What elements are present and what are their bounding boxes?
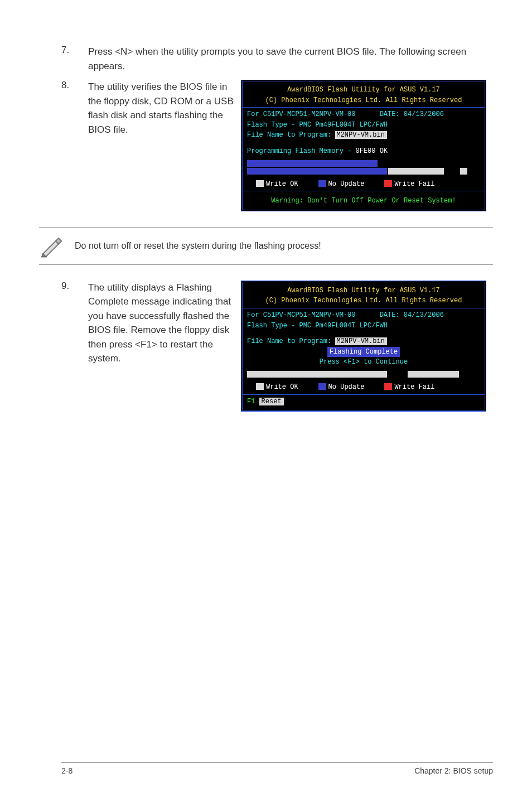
pencil-icon [39,234,62,258]
bios1-progress-bars [247,160,480,175]
bios1-warning: Warning: Don't Turn Off Power Or Reset S… [247,196,480,206]
bios1-legend-noupdate: No Update [328,180,365,188]
swatch-blue-icon [318,180,326,187]
bios1-programming-value: 0FE00 OK [355,147,388,155]
progress-chunk-gray-2 [408,371,459,378]
bios2-title: AwardBIOS Flash Utility for ASUS V1.17 [247,286,480,296]
footer-chapter: Chapter 2: BIOS setup [414,766,493,775]
progress-bar-row1 [247,160,378,167]
bios-screenshot-flashing: AwardBIOS Flash Utility for ASUS V1.17 (… [241,80,486,211]
bios1-title: AwardBIOS Flash Utility for ASUS V1.17 [247,85,480,95]
progress-bar-row2 [247,168,480,175]
bios1-for-line-left: For C51PV-MCP51-M2NPV-VM-00 [247,110,355,118]
bios1-legend-fail: Write Fail [394,180,434,188]
swatch-white-icon [256,383,264,390]
note-callout: Do not turn off or reset the system duri… [39,227,493,265]
progress-chunk-gray [388,168,444,175]
swatch-red-icon [384,383,392,390]
progress-chunk-blue [247,168,387,175]
bios2-legend: Write OK No Update Write Fail [247,382,480,393]
bios2-reset-label: Reset [259,398,284,405]
divider [243,394,485,395]
note-text: Do not turn off or reset the system duri… [75,241,321,251]
swatch-white-icon [256,180,264,187]
bios1-legend-ok: Write OK [266,180,298,188]
bios2-f1-label: F1 [247,398,255,405]
bios2-legend-fail: Write Fail [394,383,434,391]
bios2-press-f1: Press <F1> to Continue [320,358,408,366]
step-8: 8. The utility verifies the BIOS file in… [61,80,234,137]
divider [243,191,485,191]
bios2-legend-ok: Write OK [266,383,298,391]
step-7: 7. Press <N> when the utility prompts yo… [61,45,493,73]
bios1-for-line-right: DATE: 04/13/2006 [380,110,444,118]
divider [243,308,485,308]
bios-screenshot-complete: AwardBIOS Flash Utility for ASUS V1.17 (… [241,281,486,412]
bios1-programming-label: Programming Flash Memory - [247,147,351,155]
swatch-red-icon [384,180,392,187]
bios1-filename-value: M2NPV-VM.bin [335,131,386,139]
bios1-filename-label: File Name to Program: [247,131,331,139]
step-9-number: 9. [61,281,88,366]
step-7-text: Press <N> when the utility prompts you t… [88,45,493,73]
bios1-legend: Write OK No Update Write Fail [247,179,480,190]
bios2-filename-value: M2NPV-VM.bin [335,337,386,345]
bios2-progress-bar [247,371,480,378]
step-9-text: The utility displays a Flashing Complete… [88,281,234,366]
bios2-flashing-complete: Flashing Complete [327,347,400,357]
bios1-subtitle: (C) Phoenix Technologies Ltd. All Rights… [247,95,480,106]
step-8-number: 8. [61,80,88,137]
step-9: 9. The utility displays a Flashing Compl… [61,281,234,366]
divider [243,107,485,108]
progress-chunk-gray-2 [460,168,467,175]
progress-chunk-gray [247,371,387,378]
page-footer: 2-8 Chapter 2: BIOS setup [61,762,493,775]
bios2-filename-label: File Name to Program: [247,337,331,345]
step-7-number: 7. [61,45,88,73]
bios2-for-line-right: DATE: 04/13/2006 [380,311,444,319]
bios1-flash-type: Flash Type - PMC Pm49FL004T LPC/FWH [247,120,480,131]
footer-page-number: 2-8 [61,766,72,775]
bios2-flash-type: Flash Type - PMC Pm49FL004T LPC/FWH [247,321,480,331]
bios2-subtitle: (C) Phoenix Technologies Ltd. All Rights… [247,296,480,306]
bios2-for-line-left: For C51PV-MCP51-M2NPV-VM-00 [247,311,355,319]
step-8-text: The utility verifies the BIOS file in th… [88,80,234,137]
bios2-legend-noupdate: No Update [328,383,365,391]
swatch-blue-icon [318,383,326,390]
